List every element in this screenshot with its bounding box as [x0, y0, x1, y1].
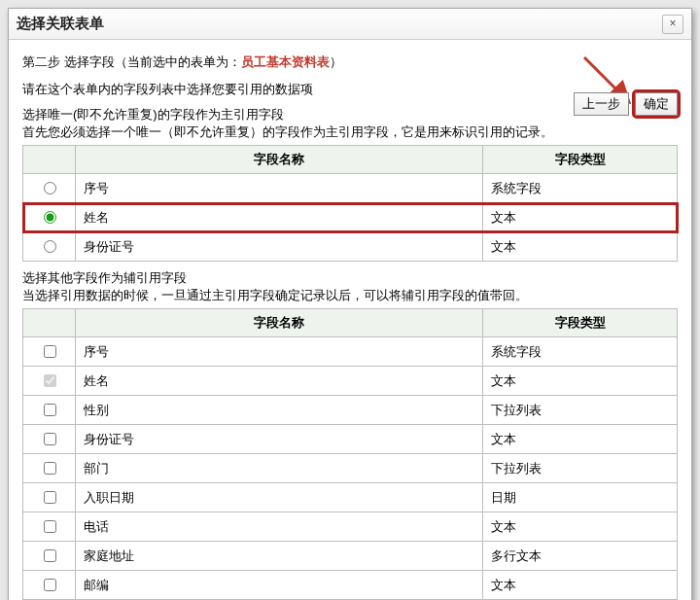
aux-section-sub: 当选择引用数据的时候，一旦通过主引用字段确定记录以后，可以将辅引用字段的值带回。 — [22, 287, 678, 304]
field-name-cell: 身份证号 — [76, 232, 483, 262]
aux-header-type: 字段类型 — [483, 309, 678, 337]
aux-field-checkbox[interactable] — [44, 491, 56, 504]
table-row: 性别下拉列表 — [23, 396, 678, 425]
checkbox-cell — [23, 454, 76, 483]
field-name-cell: 入职日期 — [76, 483, 483, 512]
step-prefix: 第二步 选择字段（当前选中的表单为： — [22, 54, 241, 69]
button-row: 上一步 确定 — [574, 92, 678, 116]
checkbox-cell — [23, 337, 76, 367]
aux-field-checkbox[interactable] — [44, 549, 56, 562]
prev-button[interactable]: 上一步 — [574, 92, 629, 116]
aux-header-name: 字段名称 — [76, 309, 483, 337]
dialog-body: 第二步 选择字段（当前选中的表单为：员工基本资料表） 请在这个表单内的字段列表中… — [9, 40, 691, 600]
aux-field-table: 字段名称 字段类型 序号系统字段姓名文本性别下拉列表身份证号文本部门下拉列表入职… — [22, 308, 678, 600]
field-type-cell: 多行文本 — [483, 542, 678, 571]
field-name-cell: 电话 — [76, 512, 483, 542]
table-row: 序号系统字段 — [23, 337, 678, 367]
field-type-cell: 文本 — [483, 367, 678, 396]
table-row: 姓名文本 — [23, 203, 678, 232]
step-suffix: ） — [330, 54, 342, 69]
aux-field-checkbox[interactable] — [44, 433, 56, 445]
table-row: 部门下拉列表 — [23, 454, 678, 483]
primary-header-type: 字段类型 — [483, 146, 678, 174]
radio-cell — [23, 232, 76, 262]
selected-form-name: 员工基本资料表 — [241, 54, 330, 69]
field-type-cell: 系统字段 — [483, 337, 678, 367]
table-row: 序号系统字段 — [23, 174, 678, 203]
checkbox-cell — [23, 571, 76, 600]
field-name-cell: 姓名 — [76, 367, 483, 396]
field-type-cell: 文本 — [483, 203, 678, 232]
field-type-cell: 文本 — [483, 232, 678, 262]
titlebar: 选择关联表单 × — [9, 9, 691, 40]
field-type-cell: 系统字段 — [483, 174, 678, 203]
primary-field-radio[interactable] — [44, 211, 56, 224]
aux-field-checkbox — [44, 374, 56, 387]
dialog-title: 选择关联表单 — [17, 15, 662, 33]
table-row: 身份证号文本 — [23, 425, 678, 454]
table-row: 邮编文本 — [23, 571, 678, 600]
table-row: 家庭地址多行文本 — [23, 542, 678, 571]
checkbox-cell — [23, 512, 76, 542]
ok-button[interactable]: 确定 — [635, 92, 678, 116]
field-name-cell: 性别 — [76, 396, 483, 425]
field-name-cell: 姓名 — [76, 203, 483, 232]
table-row: 入职日期日期 — [23, 483, 678, 512]
primary-section-sub: 首先您必须选择一个唯一（即不允许重复）的字段作为主引用字段，它是用来标识引用的记… — [22, 124, 678, 141]
field-type-cell: 下拉列表 — [483, 454, 678, 483]
dialog: 选择关联表单 × 第二步 选择字段（当前选中的表单为：员工基本资料表） 请在这个… — [8, 8, 692, 600]
primary-field-radio[interactable] — [44, 240, 56, 253]
aux-field-checkbox[interactable] — [44, 345, 56, 358]
field-name-cell: 邮编 — [76, 571, 483, 600]
checkbox-cell — [23, 367, 76, 396]
checkbox-cell — [23, 483, 76, 512]
checkbox-cell — [23, 425, 76, 454]
field-type-cell: 下拉列表 — [483, 396, 678, 425]
primary-field-table: 字段名称 字段类型 序号系统字段姓名文本身份证号文本 — [22, 145, 678, 262]
field-name-cell: 序号 — [76, 337, 483, 367]
table-row: 身份证号文本 — [23, 232, 678, 262]
primary-field-radio[interactable] — [44, 182, 56, 194]
primary-header-name: 字段名称 — [76, 146, 483, 174]
aux-field-checkbox[interactable] — [44, 462, 56, 475]
aux-section-title: 选择其他字段作为辅引用字段 — [22, 269, 678, 287]
table-row: 姓名文本 — [23, 367, 678, 396]
table-row: 电话文本 — [23, 512, 678, 542]
step-line: 第二步 选择字段（当前选中的表单为：员工基本资料表） — [22, 53, 678, 71]
checkbox-cell — [23, 396, 76, 425]
field-name-cell: 身份证号 — [76, 425, 483, 454]
close-button[interactable]: × — [662, 15, 683, 34]
field-name-cell: 部门 — [76, 454, 483, 483]
checkbox-cell — [23, 542, 76, 571]
aux-header-select — [23, 309, 76, 337]
field-type-cell: 文本 — [483, 425, 678, 454]
field-type-cell: 日期 — [483, 483, 678, 512]
field-name-cell: 家庭地址 — [76, 542, 483, 571]
radio-cell — [23, 203, 76, 232]
primary-header-select — [23, 146, 76, 174]
field-type-cell: 文本 — [483, 512, 678, 542]
aux-field-checkbox[interactable] — [44, 579, 56, 591]
aux-field-checkbox[interactable] — [44, 404, 56, 416]
radio-cell — [23, 174, 76, 203]
field-type-cell: 文本 — [483, 571, 678, 600]
aux-field-checkbox[interactable] — [44, 520, 56, 533]
field-name-cell: 序号 — [76, 174, 483, 203]
